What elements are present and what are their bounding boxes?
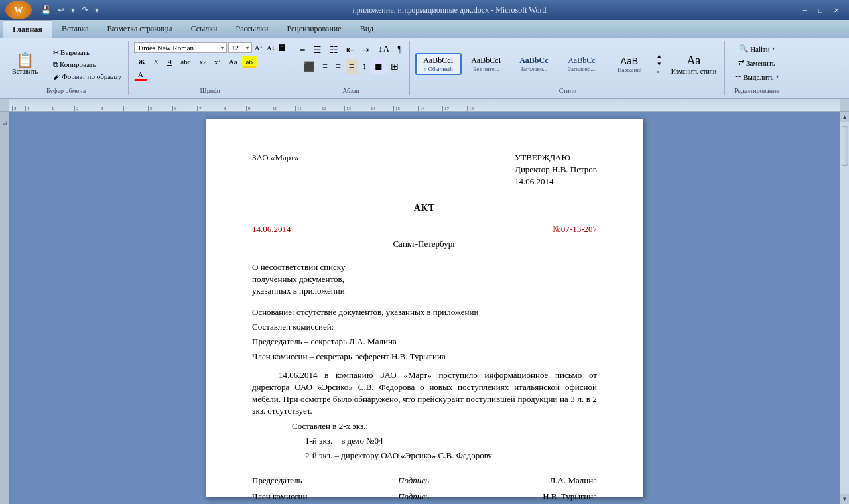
scroll-down-arrow[interactable]: ▼ xyxy=(842,494,848,504)
decrease-indent-button[interactable]: ⇤ xyxy=(343,42,358,58)
paragraph-content: ≡ ☰ ☷ ⇤ ⇥ ↕A ¶ ⬛ ≡ ≡ ≡ ↕ ◼ ⊞ xyxy=(296,42,405,86)
font-size-box[interactable]: 12 ▾ xyxy=(228,42,252,53)
save-button[interactable]: 💾 xyxy=(38,4,54,17)
font-label: Шрифт xyxy=(134,86,287,94)
title-bar: W 💾 ↩ ▾ ↷ ▾ приложение. информационные д… xyxy=(0,0,849,20)
doc-company: ЗАО «Март» xyxy=(252,152,298,188)
styles-scroll-up[interactable]: ▲ xyxy=(655,52,663,60)
sig2-name: Н.В. Турыгина xyxy=(517,491,597,503)
find-icon: 🔍 xyxy=(739,44,748,53)
align-right-button[interactable]: ≡ xyxy=(332,59,344,74)
undo-button[interactable]: ↩ xyxy=(55,4,67,17)
doc-approve-director: Директор Н.В. Петров xyxy=(515,164,597,176)
tab-page-layout[interactable]: Разметка страницы xyxy=(98,20,182,38)
undo-dropdown[interactable]: ▾ xyxy=(68,4,78,17)
font-color-button[interactable]: А xyxy=(134,69,147,81)
editing-label: Редактирование xyxy=(730,86,783,94)
change-styles-area: Аа Изменить стили xyxy=(665,52,720,76)
numbering-button[interactable]: ☰ xyxy=(310,42,325,58)
styles-content: AaBbCcI ↑ Обычный AaBbCcI Без инте... Aa… xyxy=(415,42,720,86)
doc-meta: 14.06.2014 №07-13-207 xyxy=(252,223,597,235)
tab-references[interactable]: Ссылки xyxy=(182,20,227,38)
replace-button[interactable]: ⇄ Заменить xyxy=(734,56,780,69)
style-normal[interactable]: AaBbCcI ↑ Обычный xyxy=(415,53,462,75)
align-center-button[interactable]: ≡ xyxy=(319,59,331,74)
show-marks-button[interactable]: ¶ xyxy=(394,42,405,58)
sort-button[interactable]: ↕A xyxy=(375,42,393,58)
tab-mailings[interactable]: Рассылки xyxy=(226,20,277,38)
doc-approve-date: 14.06.2014 xyxy=(515,176,597,188)
sig1-name: Л.А. Малина xyxy=(517,475,597,487)
copy-button[interactable]: ⧉ Копировать xyxy=(50,59,124,70)
font-group: Times New Roman ▾ 12 ▾ A↑ A↓ 🅰 Ж К Ч abc xyxy=(130,41,291,95)
format-painter-button[interactable]: 🖌 Формат по образцу xyxy=(50,71,124,82)
quick-access-toolbar: 💾 ↩ ▾ ↷ ▾ xyxy=(38,4,101,17)
clear-format-button[interactable]: 🅰 xyxy=(277,44,287,52)
vertical-scrollbar[interactable]: ▲ ▼ xyxy=(840,112,849,504)
change-styles-button[interactable]: Аа Изменить стили xyxy=(667,52,720,76)
tab-review[interactable]: Рецензирование xyxy=(277,20,350,38)
shading-button[interactable]: ◼ xyxy=(371,59,386,74)
change-case-button[interactable]: Аа xyxy=(225,56,241,68)
grow-font-button[interactable]: A↑ xyxy=(253,44,264,52)
scroll-up-arrow[interactable]: ▲ xyxy=(842,112,848,122)
multilevel-button[interactable]: ☷ xyxy=(326,42,342,58)
style-title[interactable]: АаВ Название xyxy=(606,53,653,76)
align-left-button[interactable]: ⬛ xyxy=(300,59,318,74)
document-scroll-area[interactable]: ЗАО «Март» УТВЕРЖДАЮ Директор Н.В. Петро… xyxy=(9,112,840,504)
font-name-box[interactable]: Times New Roman ▾ xyxy=(134,42,227,53)
styles-list: AaBbCcI ↑ Обычный AaBbCcI Без инте... Aa… xyxy=(415,53,653,76)
shrink-font-button[interactable]: A↓ xyxy=(265,44,276,52)
tab-view[interactable]: Вид xyxy=(351,20,383,38)
superscript-button[interactable]: x² xyxy=(210,56,224,68)
customize-quick-access[interactable]: ▾ xyxy=(92,4,101,17)
select-button[interactable]: ⊹ Выделить ▾ xyxy=(730,70,783,83)
redo-button[interactable]: ↷ xyxy=(79,4,91,17)
title-bar-left: W 💾 ↩ ▾ ↷ ▾ xyxy=(5,1,101,19)
font-size-dropdown-arrow[interactable]: ▾ xyxy=(246,45,249,51)
styles-scroll: ▲ ▼ ≡ xyxy=(655,52,663,76)
highlight-button[interactable]: аб xyxy=(242,56,257,68)
sig1-role: Председатель xyxy=(252,475,345,487)
horizontal-ruler[interactable]: 2 1 1 2 3 4 5 6 7 8 9 10 11 12 13 14 15 … xyxy=(9,99,840,111)
bullets-button[interactable]: ≡ xyxy=(296,42,308,58)
borders-button[interactable]: ⊞ xyxy=(387,59,402,74)
tab-insert[interactable]: Вставка xyxy=(52,20,98,38)
paragraph-label: Абзац xyxy=(296,86,405,94)
paragraph-row1: ≡ ☰ ☷ ⇤ ⇥ ↕A ¶ xyxy=(296,42,405,58)
doc-body-text: 14.06.2014 в компанию ЗАО «Март» поступи… xyxy=(252,369,597,418)
window-title: приложение. информационные док.docx - Mi… xyxy=(101,5,797,15)
tab-home[interactable]: Главная xyxy=(3,20,52,38)
subject-line1: О несоответствии списку xyxy=(252,261,597,273)
minimize-button[interactable]: ─ xyxy=(797,4,812,16)
find-dropdown-arrow: ▾ xyxy=(772,46,775,52)
increase-indent-button[interactable]: ⇥ xyxy=(359,42,373,58)
office-button[interactable]: W xyxy=(5,1,32,19)
style-heading1[interactable]: AaBbCc Заголово... xyxy=(511,53,557,75)
format-buttons: Ж К Ч abc x₂ x² Аа аб А xyxy=(134,56,267,81)
doc-city: Санкт-Петербург xyxy=(252,238,597,250)
underline-button[interactable]: Ч xyxy=(163,56,176,68)
doc-number: №07-13-207 xyxy=(553,223,597,235)
subscript-button[interactable]: x₂ xyxy=(196,56,210,68)
style-no-spacing[interactable]: AaBbCcI Без инте... xyxy=(463,53,509,75)
styles-label: Стили xyxy=(415,86,720,94)
styles-show-all[interactable]: ≡ xyxy=(655,68,663,76)
align-justify-button[interactable]: ≡ xyxy=(346,59,358,74)
line-spacing-button[interactable]: ↕ xyxy=(359,59,370,74)
bold-button[interactable]: Ж xyxy=(134,56,149,68)
scroll-thumb[interactable] xyxy=(842,126,848,166)
italic-button[interactable]: К xyxy=(150,56,163,68)
font-dropdown-arrow[interactable]: ▾ xyxy=(221,45,224,51)
paragraph-group: ≡ ☰ ☷ ⇤ ⇥ ↕A ¶ ⬛ ≡ ≡ ≡ ↕ ◼ ⊞ А xyxy=(293,41,409,95)
styles-scroll-down[interactable]: ▼ xyxy=(655,60,663,68)
styles-group: AaBbCcI ↑ Обычный AaBbCcI Без инте... Aa… xyxy=(411,41,725,95)
paste-button[interactable]: 📋 Вставить xyxy=(8,52,42,76)
cut-button[interactable]: ✂ Вырезать xyxy=(50,47,124,58)
style-heading2[interactable]: AaBbCc Заголово... xyxy=(558,53,605,75)
scroll-track[interactable] xyxy=(840,122,849,494)
maximize-button[interactable]: □ xyxy=(813,4,828,16)
close-button[interactable]: ✕ xyxy=(829,4,844,16)
strikethrough-button[interactable]: abc xyxy=(176,56,194,68)
find-button[interactable]: 🔍 Найти ▾ xyxy=(734,42,779,55)
